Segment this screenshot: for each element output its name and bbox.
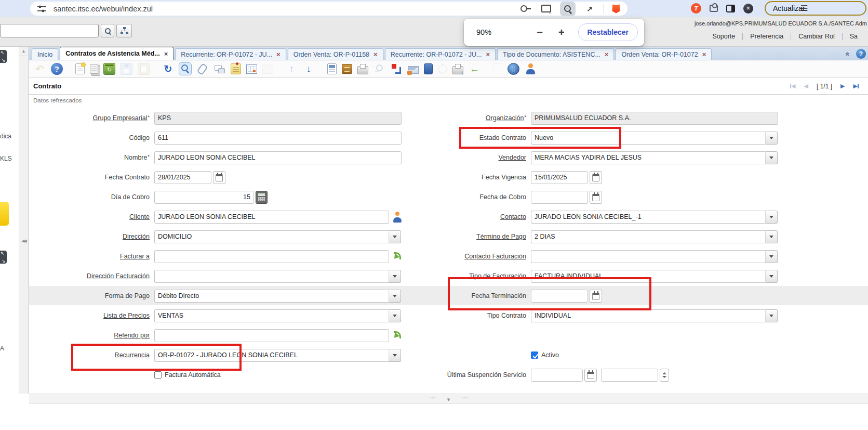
tab-recurrente-or-p-01072-ju[interactable]: Recurrente: OR-P-01072 - JU...× <box>385 48 496 60</box>
save-to-device-icon[interactable] <box>540 3 552 15</box>
field-input-dia-de-cobro[interactable]: 15 <box>154 191 254 204</box>
end-window-icon[interactable] <box>469 63 480 75</box>
file-icon[interactable] <box>493 63 502 74</box>
field-label-contacto[interactable]: Contacto <box>408 213 531 220</box>
field-input-fecha-vigencia[interactable]: 15/01/2025 <box>531 171 588 184</box>
help-icon[interactable] <box>51 63 63 75</box>
menu-search-input[interactable] <box>0 24 99 37</box>
menu-link-soporte[interactable]: Soporte <box>705 33 743 40</box>
checkbox-activo[interactable] <box>531 351 538 359</box>
archive-icon[interactable] <box>342 64 352 74</box>
calculator-icon[interactable] <box>256 191 268 204</box>
note-icon[interactable] <box>231 63 241 74</box>
brave-shield-icon[interactable] <box>612 4 620 14</box>
field-label-recurrencia[interactable]: Recurrencia <box>29 351 154 359</box>
save-create-icon[interactable] <box>138 63 150 75</box>
collapse-tabs-icon[interactable] <box>843 52 851 56</box>
field-input-referido-por[interactable] <box>154 329 389 342</box>
tab-close-icon[interactable]: × <box>605 51 609 58</box>
dropdown-icon[interactable] <box>766 132 778 145</box>
email-icon[interactable] <box>408 66 419 74</box>
requests-icon[interactable] <box>424 63 433 74</box>
field-input-direccion-facturacion[interactable] <box>154 270 389 283</box>
menu-link-cambiar-rol[interactable]: Cambiar Rol <box>791 33 842 40</box>
last-record-icon[interactable] <box>853 83 859 89</box>
dropdown-icon[interactable] <box>766 250 778 263</box>
tab-close-icon[interactable]: × <box>276 51 281 58</box>
field-input-termino-de-pago[interactable]: 2 DIAS <box>531 230 766 243</box>
field-input-fecha-contrato[interactable]: 28/01/2025 <box>154 171 211 184</box>
field-input-tipo-de-facturacion[interactable]: FACTURA INDIVIDUAL <box>531 270 766 283</box>
dropdown-icon[interactable] <box>389 349 401 362</box>
field-input-codigo[interactable]: 611 <box>154 132 402 145</box>
expand-window-icon[interactable] <box>0 50 7 63</box>
field-input-grupo-empresarial[interactable]: KPS <box>154 112 402 125</box>
tab-close-icon[interactable]: × <box>702 51 706 58</box>
field-input-contacto-facturacion[interactable] <box>531 250 766 263</box>
field-input-tipo-contrato[interactable]: INDIVIDUAL <box>531 309 766 322</box>
user-icon[interactable] <box>525 63 537 75</box>
tab-tipo-de-documento-asistenc[interactable]: Tipo de Documento: ASISTENC...× <box>497 48 614 60</box>
field-input-cliente[interactable]: JURADO LEON SONIA CECIBEL <box>154 211 389 224</box>
field-label-grupo-empresarial[interactable]: Grupo Empresarial* <box>29 114 154 122</box>
business-partner-icon[interactable] <box>392 211 403 223</box>
field-label-cliente[interactable]: Cliente <box>29 213 154 220</box>
extension-t-icon[interactable]: T <box>691 3 701 14</box>
update-browser-button[interactable]: Actualizar <box>765 1 866 16</box>
tab-close-icon[interactable]: × <box>164 50 168 57</box>
expand-window-icon[interactable] <box>0 251 7 264</box>
password-key-icon[interactable] <box>519 3 532 15</box>
south-splitter-bar[interactable] <box>29 394 868 403</box>
checkbox-factura-automatica[interactable] <box>154 371 162 379</box>
field-label-organizacion[interactable]: Organización* <box>408 114 531 122</box>
undo-icon[interactable] <box>34 63 46 75</box>
zoom-plus-button[interactable]: + <box>558 27 565 38</box>
field-input-contacto[interactable]: JURADO LEON SONIA CECIBEL_-1 <box>531 211 766 224</box>
help-icon[interactable] <box>856 49 866 59</box>
dropdown-icon[interactable] <box>766 211 778 224</box>
field-input-forma-de-pago[interactable]: Débito Directo <box>154 290 389 303</box>
preferences-icon[interactable] <box>438 64 447 74</box>
extensions-puzzle-icon[interactable] <box>710 5 718 12</box>
west-scrollbar[interactable] <box>19 47 29 394</box>
field-input-organizacion[interactable]: PRIMUMSALUD ECUADOR S.A. <box>531 112 778 125</box>
field-input2-ultima-suspencion-servicio[interactable] <box>601 369 658 382</box>
quick-entry-icon[interactable] <box>392 330 402 341</box>
dropdown-icon[interactable] <box>389 309 401 322</box>
field-label-contacto-facturacion[interactable]: Contacto Facturación <box>408 253 531 260</box>
export-icon[interactable] <box>452 66 463 74</box>
save-icon[interactable] <box>121 63 132 75</box>
site-settings-icon[interactable] <box>37 5 46 13</box>
field-label-lista-de-precios[interactable]: Lista de Precios <box>29 312 154 319</box>
dropdown-icon[interactable] <box>766 309 778 322</box>
detail-down-icon[interactable] <box>303 63 315 75</box>
detail-icon[interactable] <box>262 64 273 74</box>
tab-orden-venta-or-p-01072[interactable]: Orden Venta: OR-P-01072× <box>616 48 712 60</box>
zoom-minus-button[interactable]: − <box>537 27 543 38</box>
dropdown-icon[interactable] <box>389 270 401 283</box>
dropdown-icon[interactable] <box>766 230 778 243</box>
panel-collapse-icon[interactable] <box>19 237 28 245</box>
tab-close-icon[interactable]: × <box>486 51 490 58</box>
field-input-lista-de-precios[interactable]: VENTAS <box>154 309 389 322</box>
field-input-facturar-a[interactable] <box>154 250 389 263</box>
calendar-icon[interactable] <box>590 171 602 184</box>
sphere-extension-icon[interactable]: × <box>743 4 753 14</box>
calendar-icon[interactable] <box>590 290 602 303</box>
find-icon[interactable] <box>179 63 191 75</box>
dropdown-icon[interactable] <box>389 290 401 303</box>
field-input-recurrencia[interactable]: OR-P-01072 - JURADO LEON SONIA CECIBEL <box>154 349 389 362</box>
field-label-vendedor[interactable]: Vendedor <box>408 154 531 161</box>
field-label-termino-de-pago[interactable]: Término de Pago <box>408 233 531 240</box>
dropdown-icon[interactable] <box>766 151 778 164</box>
dropdown-icon[interactable] <box>389 230 401 243</box>
field-input-estado-contrato[interactable]: Nuevo <box>531 132 766 145</box>
print-icon[interactable] <box>357 66 368 74</box>
new-record-icon[interactable] <box>75 63 85 74</box>
url-text[interactable]: santec.itsc.ec/webui/index.zul <box>54 5 153 13</box>
zoom-across-icon[interactable] <box>373 63 385 75</box>
field-input-fecha-terminacion[interactable] <box>531 290 588 303</box>
first-record-icon[interactable] <box>790 83 795 89</box>
copy-record-icon[interactable] <box>90 64 98 74</box>
zoom-out-icon[interactable] <box>560 2 576 16</box>
